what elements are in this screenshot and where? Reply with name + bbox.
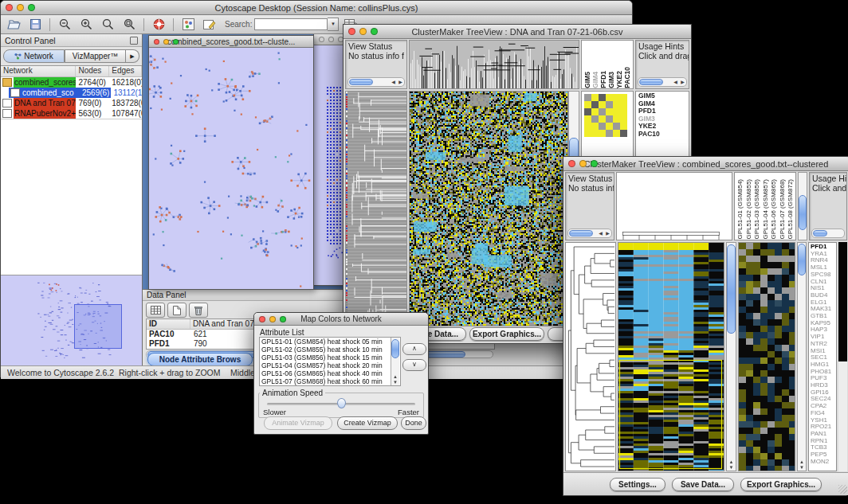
column-label[interactable]: GPL51-01 (GSM854) [736, 179, 745, 240]
scroll-left-icon[interactable]: ◀ [390, 79, 397, 85]
dialog-titlebar[interactable]: Map Colors to Network [254, 313, 428, 326]
column-label[interactable]: GPL51-07 (GSM868) [779, 179, 787, 240]
export-graphics-button[interactable]: Export Graphics... [740, 478, 822, 491]
close-button[interactable] [568, 160, 575, 167]
usage-hints-scrollbar[interactable]: ◀▶ [638, 77, 687, 87]
close-button[interactable] [6, 4, 13, 11]
column-label[interactable]: GPL51-03 (GSM856) [753, 179, 762, 240]
minimize-button[interactable] [359, 28, 367, 35]
main-titlebar[interactable]: Cytoscape Desktop (Session Name: collins… [1, 1, 632, 15]
attribute-list[interactable]: GPL51-01 (GSM854) heat shock 05 minGPL51… [259, 337, 401, 386]
annotation-button[interactable] [200, 17, 219, 32]
column-label[interactable]: YKE2 [615, 71, 623, 88]
column-label[interactable]: GPL51-08 (GSM872) [787, 179, 795, 240]
scrollbar-thumb[interactable] [639, 79, 663, 85]
view-status-scrollbar[interactable]: ◀▶ [567, 229, 612, 238]
search-input[interactable] [254, 18, 328, 30]
col-nodes[interactable]: Nodes [76, 66, 109, 76]
column-label[interactable]: GPL51-04 (GSM857) [762, 179, 771, 240]
table-row[interactable]: combined_sco 2569(6) 13112(15) [1, 88, 142, 98]
help-button[interactable] [149, 17, 168, 32]
view-status-scrollbar[interactable]: ◀▶ [347, 77, 405, 87]
scroll-down-icon[interactable]: ▼ [391, 380, 399, 385]
zoom-button[interactable] [173, 39, 179, 45]
treeview1-titlebar[interactable]: ClusterMaker TreeView : DNA and Tran 07-… [344, 25, 691, 39]
minimize-button[interactable] [269, 316, 276, 322]
settings-button[interactable]: Settings... [610, 478, 665, 491]
column-label[interactable]: GPL51-06 (GSM865) [770, 179, 779, 240]
column-label[interactable]: GIM4 [591, 72, 599, 88]
close-button[interactable] [154, 39, 159, 45]
zoom-button[interactable] [280, 316, 286, 322]
open-file-button[interactable] [4, 17, 23, 32]
scroll-up-icon[interactable]: ▲ [391, 374, 399, 380]
column-labels[interactable]: GIM5GIM4PFD1GIM3YKE2PAC10 [581, 40, 634, 89]
minimize-button[interactable] [328, 37, 334, 42]
scroll-up-icon[interactable]: ▲ [727, 459, 736, 465]
column-label[interactable]: PFD1 [599, 71, 607, 88]
zoom-heatmap-grid[interactable] [584, 94, 627, 137]
usage-hints-scrollbar[interactable] [811, 229, 845, 238]
zoom-in-button[interactable] [77, 17, 96, 32]
gene-label[interactable]: MON2 [811, 459, 836, 466]
scroll-right-icon[interactable]: ▶ [604, 230, 611, 236]
column-label[interactable]: GIM3 [607, 72, 615, 88]
scrollbar-thumb[interactable] [798, 244, 806, 275]
scrollbar-thumb[interactable] [813, 230, 827, 236]
table-row[interactable]: RNAPuberNov2+ 563(0) 107847(0) [1, 108, 142, 119]
col-id[interactable]: ID [147, 319, 190, 329]
zoom-out-button[interactable] [55, 17, 74, 32]
gene-labels-scrollbar[interactable]: ▲▼ [797, 242, 807, 471]
heatmap-global-view[interactable] [409, 91, 568, 326]
delete-attribute-button[interactable] [189, 303, 208, 318]
zoom-button[interactable] [371, 28, 378, 35]
save-button[interactable] [26, 17, 45, 32]
minimize-button[interactable] [163, 39, 169, 45]
export-graphics-button[interactable]: Export Graphics... [469, 327, 544, 341]
zoom-heatmap-panel[interactable] [738, 242, 795, 471]
network-window-titlebar[interactable]: combined_scores_good.txt--cluste... [149, 36, 313, 48]
heatmap-global-view[interactable] [618, 242, 724, 471]
scroll-left-icon[interactable]: ◀ [597, 230, 604, 236]
search-dropdown-arrow[interactable]: ▼ [328, 18, 339, 31]
scroll-down-icon[interactable]: ▼ [727, 465, 736, 471]
select-attributes-button[interactable] [146, 303, 165, 318]
gene-labels-panel[interactable]: PFD1YRA1RNR4MSL1SPC98CLN1NIS1BUD4ELG1MAK… [808, 242, 837, 471]
attribute-list-scrollbar[interactable]: ▲▼ [391, 338, 399, 385]
move-down-button[interactable]: ∨ [402, 359, 426, 371]
animate-vizmap-button[interactable]: Animate Vizmap [264, 416, 332, 430]
scrollbar-thumb[interactable] [727, 244, 736, 334]
float-panel-icon[interactable] [130, 37, 138, 45]
scroll-down-icon[interactable]: ▼ [798, 465, 806, 471]
scroll-left-icon[interactable]: ◀ [672, 79, 679, 85]
zoom-fit-button[interactable] [98, 17, 117, 32]
minimize-button[interactable] [579, 160, 587, 167]
scroll-up-icon[interactable]: ▲ [798, 459, 806, 465]
create-vizmap-button[interactable]: Create Vizmap [337, 416, 398, 430]
table-row[interactable]: combined_scores_ 2764(0) 16218(0) [1, 77, 142, 88]
vizmap-node-button[interactable] [179, 17, 198, 32]
row-dendrogram[interactable] [345, 91, 407, 326]
column-label[interactable]: GIM5 [583, 72, 591, 88]
node-attribute-browser-button[interactable]: Node Attribute Brows [147, 353, 253, 365]
attribute-item[interactable]: GPL51-07 (GSM868) heat shock 60 min [261, 378, 391, 386]
column-label[interactable]: GPL51-02 (GSM855) [745, 179, 754, 240]
tab-vizmapper[interactable]: VizMapper™ [65, 49, 126, 63]
zoom-button[interactable] [591, 160, 598, 167]
minimize-button[interactable] [17, 4, 24, 11]
close-button[interactable] [259, 316, 265, 322]
column-labels[interactable]: GPL51-01 (GSM854)GPL51-02 (GSM855)GPL51-… [734, 172, 796, 240]
scrollbar-thumb[interactable] [391, 339, 399, 358]
birdseye-canvas[interactable] [1, 275, 141, 364]
row-dendrogram[interactable] [565, 242, 616, 471]
scroll-right-icon[interactable]: ▶ [679, 79, 686, 85]
scrollbar-thumb[interactable] [569, 230, 593, 236]
network-canvas[interactable] [149, 48, 312, 289]
scrollbar-thumb[interactable] [799, 195, 807, 230]
gene-label[interactable]: PAC10 [638, 131, 689, 139]
zoom-selected-button[interactable] [120, 17, 139, 32]
col-edges[interactable]: Edges [109, 66, 142, 76]
scrollbar-thumb[interactable] [349, 79, 373, 85]
tab-network[interactable]: Network [3, 49, 65, 63]
zoom-button[interactable] [28, 4, 35, 11]
